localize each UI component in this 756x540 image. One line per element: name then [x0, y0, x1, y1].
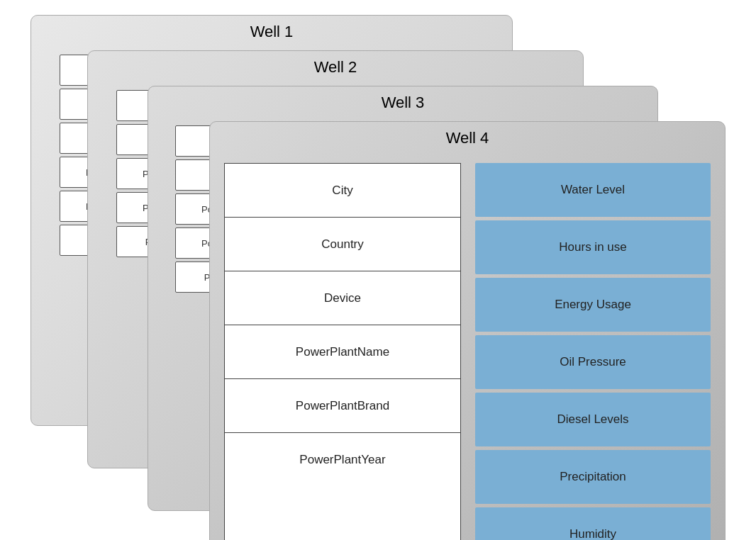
well-4-title: Well 4	[210, 122, 725, 154]
well-1-title: Well 1	[31, 16, 512, 48]
diagram-scene: Well 1 Po Po P Well 2 Po Po P Well 3 Po …	[30, 15, 726, 525]
well-4-left-table: City Country Device PowerPlantName Power…	[224, 163, 461, 540]
well-3-title: Well 3	[148, 86, 657, 119]
right-cell-humidity: Humidity	[475, 507, 711, 540]
right-cell-waterlevel: Water Level	[475, 163, 711, 217]
left-cell-powerplantyear: PowerPlantYear	[225, 433, 460, 487]
left-cell-powerplantbrand: PowerPlantBrand	[225, 379, 460, 433]
well-4-right-table: Water Level Hours in use Energy Usage Oi…	[475, 163, 711, 540]
well-card-4: Well 4 City Country Device PowerPlantNam…	[209, 121, 726, 540]
right-cell-precipitation: Precipitation	[475, 450, 711, 504]
right-cell-energyusage: Energy Usage	[475, 278, 711, 332]
left-cell-powerplantname: PowerPlantName	[225, 325, 460, 379]
left-cell-city: City	[225, 164, 460, 218]
well-4-content: City Country Device PowerPlantName Power…	[224, 163, 711, 540]
right-cell-diesellevels: Diesel Levels	[475, 393, 711, 446]
left-cell-device: Device	[225, 271, 460, 325]
right-cell-oilpressure: Oil Pressure	[475, 335, 711, 389]
well-2-title: Well 2	[88, 51, 583, 84]
right-cell-hoursinuse: Hours in use	[475, 220, 711, 274]
left-cell-country: Country	[225, 218, 460, 271]
